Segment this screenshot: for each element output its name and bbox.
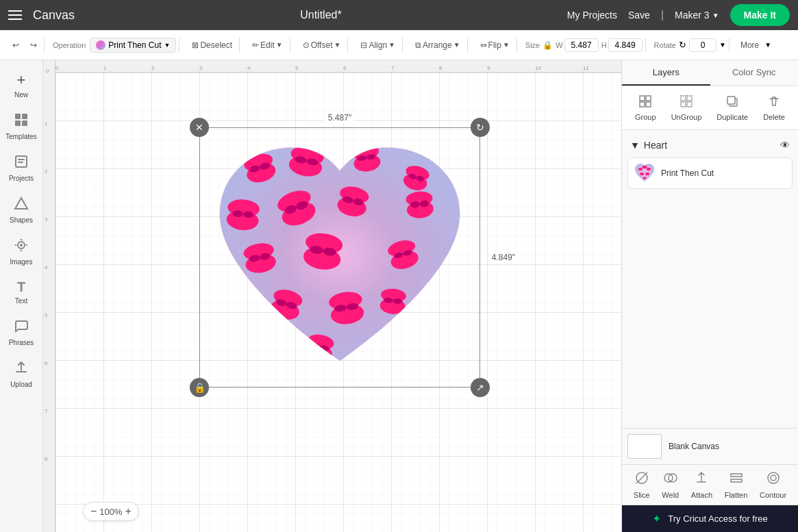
- ruler-left: 0 1 2 3 4 5 6 7 8: [43, 60, 55, 532]
- sidebar-item-templates[interactable]: Templates: [2, 107, 40, 146]
- layers-section: ▼ Heart 👁: [622, 130, 798, 428]
- sidebar-item-projects[interactable]: Projects: [2, 149, 40, 188]
- duplicate-icon: [725, 94, 739, 111]
- operation-selector[interactable]: Print Then Cut ▼: [90, 38, 176, 53]
- svg-rect-78: [681, 96, 686, 101]
- svg-rect-75: [646, 96, 651, 101]
- delete-button[interactable]: Delete: [758, 92, 790, 124]
- undo-button[interactable]: ↩: [8, 38, 23, 53]
- attach-icon: [694, 470, 709, 489]
- machine-selector[interactable]: Maker 3 ▼: [675, 10, 719, 21]
- text-icon: T: [17, 279, 25, 295]
- flatten-button[interactable]: Flatten: [725, 470, 748, 499]
- dimension-label-height: 4.849": [489, 252, 518, 263]
- sidebar-item-new[interactable]: + New: [2, 66, 40, 104]
- ungroup-icon: [679, 94, 693, 111]
- attach-button[interactable]: Attach: [691, 470, 712, 499]
- make-it-button[interactable]: Make It: [730, 4, 790, 26]
- panel-actions: Group UnGroup: [622, 86, 798, 130]
- svg-point-9: [20, 244, 23, 246]
- group-button[interactable]: Group: [629, 92, 662, 124]
- svg-rect-94: [731, 474, 742, 477]
- group-icon: [638, 94, 652, 111]
- flatten-icon: [729, 470, 744, 489]
- weld-icon: [663, 470, 678, 489]
- hamburger-menu[interactable]: [8, 10, 22, 20]
- offset-icon: ⊙: [303, 40, 310, 50]
- heart-object[interactable]: 5.487" 4.849" ✕ ↻ 🔒 ↗: [199, 127, 480, 388]
- zoom-in-button[interactable]: +: [125, 505, 132, 518]
- images-icon: [14, 238, 29, 256]
- ungroup-button[interactable]: UnGroup: [666, 92, 708, 124]
- svg-marker-7: [15, 198, 27, 209]
- more-label[interactable]: More: [738, 38, 762, 53]
- duplicate-button[interactable]: Duplicate: [711, 92, 753, 124]
- layer-item[interactable]: Print Then Cut: [627, 157, 793, 189]
- delete-icon: [767, 94, 781, 111]
- save-button[interactable]: Save: [628, 10, 650, 21]
- svg-point-87: [640, 173, 644, 175]
- layer-group-name: Heart: [644, 140, 667, 151]
- upload-icon: [14, 360, 29, 379]
- tab-layers[interactable]: Layers: [622, 60, 710, 86]
- redo-button[interactable]: ↪: [26, 38, 41, 53]
- panel-tabs: Layers Color Sync: [622, 60, 798, 86]
- height-input[interactable]: [608, 38, 643, 52]
- arrange-icon: ⧉: [415, 40, 421, 50]
- my-projects-link[interactable]: My Projects: [567, 10, 617, 21]
- zoom-out-button[interactable]: −: [90, 505, 97, 518]
- svg-point-97: [771, 475, 776, 481]
- sidebar-item-label: Phrases: [9, 339, 34, 346]
- contour-button[interactable]: Contour: [760, 470, 786, 499]
- handle-bottom-left[interactable]: 🔒: [190, 378, 209, 397]
- visibility-toggle[interactable]: 👁: [780, 140, 790, 151]
- handle-bottom-right[interactable]: ↗: [471, 378, 490, 397]
- sidebar-item-label: Upload: [10, 381, 32, 388]
- align-button[interactable]: ⊟ Align ▼: [356, 38, 399, 53]
- templates-icon: [14, 112, 29, 131]
- ruler-top: 0 1 2 3 4 5 6 7 8 9 10 11: [43, 60, 621, 73]
- sidebar-item-text[interactable]: T Text: [2, 274, 40, 310]
- deselect-icon: ⊠: [192, 40, 199, 50]
- svg-rect-2: [15, 121, 21, 126]
- lock-icon: 🔒: [543, 40, 553, 50]
- edit-button[interactable]: ✏ Edit ▼: [248, 38, 287, 53]
- sidebar-item-upload[interactable]: Upload: [2, 355, 40, 394]
- svg-point-89: [643, 177, 647, 179]
- right-panel: Layers Color Sync Group: [621, 60, 798, 532]
- handle-top-right[interactable]: ↻: [471, 118, 490, 137]
- cricut-access-bar[interactable]: ✦ Try Cricut Access for free: [622, 505, 798, 532]
- offset-button[interactable]: ⊙ Offset ▼: [299, 38, 345, 53]
- deselect-button[interactable]: ⊠ Deselect: [188, 38, 236, 53]
- weld-button[interactable]: Weld: [662, 470, 679, 499]
- sidebar-item-label: Images: [10, 258, 33, 266]
- svg-rect-80: [681, 102, 686, 107]
- svg-rect-0: [15, 114, 21, 119]
- width-input[interactable]: [564, 38, 599, 52]
- arrange-button[interactable]: ⧉ Arrange ▼: [411, 38, 464, 53]
- rotate-input[interactable]: [689, 38, 716, 52]
- svg-point-86: [647, 168, 651, 170]
- shapes-icon: [14, 196, 29, 214]
- collapse-icon[interactable]: ▼: [630, 140, 640, 151]
- canvas-area[interactable]: 0 1 2 3 4 5 6 7 8 9 10 11 0 1 2 3 4: [43, 60, 621, 532]
- operation-label: Operation: [53, 41, 86, 49]
- sidebar-item-images[interactable]: Images: [2, 232, 40, 271]
- phrases-icon: [14, 318, 29, 337]
- slice-button[interactable]: Slice: [634, 470, 650, 499]
- svg-rect-74: [640, 96, 645, 101]
- edit-icon: ✏: [252, 40, 259, 50]
- svg-rect-5: [18, 159, 25, 160]
- heart-image: [206, 134, 473, 381]
- sidebar-item-label: Shapes: [10, 216, 33, 224]
- svg-rect-95: [731, 479, 742, 482]
- rotate-icon: ↻: [679, 40, 686, 50]
- flip-button[interactable]: ⇔ Flip ▼: [476, 38, 514, 53]
- tab-color-sync[interactable]: Color Sync: [710, 60, 799, 86]
- machine-chevron-icon: ▼: [712, 12, 719, 19]
- sidebar-item-shapes[interactable]: Shapes: [2, 190, 40, 229]
- sidebar-item-phrases[interactable]: Phrases: [2, 313, 40, 352]
- operation-color-dot: [96, 40, 105, 50]
- sidebar-item-label: Projects: [9, 175, 34, 182]
- new-icon: +: [17, 71, 26, 89]
